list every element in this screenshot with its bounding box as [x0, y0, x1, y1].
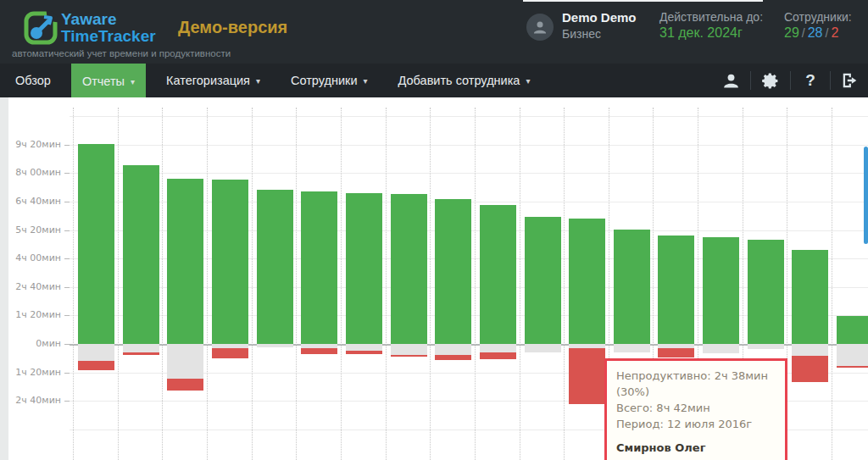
nav-divider: [830, 71, 831, 90]
user-icon: [722, 72, 740, 90]
y-axis-label: 1ч 20мин: [8, 309, 61, 320]
logo-subtitle: автоматический учет времени и продуктивн…: [12, 48, 231, 58]
chevron-down-icon: ▾: [131, 77, 135, 86]
employees-active: 28: [808, 25, 823, 40]
bar-3-productive[interactable]: [167, 179, 203, 344]
chart-vertical-gridline: [564, 108, 565, 460]
bar-11-productive[interactable]: [525, 217, 561, 344]
nav-item-reports[interactable]: Отчеты▾: [71, 64, 146, 99]
help-button[interactable]: ?: [796, 64, 825, 97]
nav-item-label: Добавить сотрудника: [398, 74, 520, 87]
bar-15-productive[interactable]: [703, 237, 739, 344]
nav-item-add-employee[interactable]: Добавить сотрудника▾: [383, 64, 546, 97]
bar-18-unproductive[interactable]: [837, 366, 868, 368]
bar-12-unproductive[interactable]: [569, 348, 605, 404]
bar-7-unproductive[interactable]: [346, 351, 382, 354]
y-axis-label: 0мин: [8, 338, 61, 349]
person-icon: [531, 19, 548, 36]
app-window: Yaware TimeTracker автоматический учет в…: [0, 0, 868, 460]
bar-4-productive[interactable]: [212, 180, 248, 344]
bar-2-neutral[interactable]: [123, 344, 159, 352]
bar-8-unproductive[interactable]: [391, 355, 427, 357]
bar-10-unproductive[interactable]: [480, 352, 516, 359]
page-left-margin: [0, 97, 8, 460]
license-label: Действительна до:: [659, 10, 763, 24]
yaware-logo-icon[interactable]: [24, 11, 58, 45]
bar-16-productive[interactable]: [748, 240, 784, 344]
y-axis-label: 6ч 40мин: [8, 196, 61, 207]
bar-17-neutral[interactable]: [792, 344, 828, 356]
bar-11-neutral[interactable]: [525, 344, 561, 352]
bar-10-productive[interactable]: [480, 205, 516, 344]
bar-16-neutral[interactable]: [748, 344, 784, 349]
chart-gridline: [70, 173, 868, 174]
employees-inactive: 2: [831, 25, 838, 40]
bar-12-productive[interactable]: [569, 219, 605, 344]
bar-tooltip: Непродуктивно: 2ч 38мин (30%) Всего: 8ч …: [604, 358, 787, 460]
bar-5-neutral[interactable]: [257, 344, 293, 347]
chart-gridline: [70, 145, 868, 146]
vertical-scrollbar-thumb[interactable]: [864, 147, 868, 244]
y-axis-tick: [64, 344, 70, 345]
y-axis-label: 2ч 40мин: [8, 281, 61, 292]
bar-5-productive[interactable]: [257, 190, 293, 344]
bar-6-unproductive[interactable]: [301, 348, 337, 354]
bar-8-neutral[interactable]: [391, 344, 427, 355]
bar-1-unproductive[interactable]: [78, 361, 114, 370]
bar-14-unproductive[interactable]: [658, 348, 694, 357]
bar-1-neutral[interactable]: [78, 344, 114, 361]
bar-17-productive[interactable]: [792, 250, 828, 344]
bar-3-unproductive[interactable]: [167, 379, 203, 391]
chart-vertical-gridline: [296, 108, 297, 460]
chart-vertical-gridline: [252, 108, 253, 460]
chart-vertical-gridline: [207, 108, 208, 460]
bar-9-productive[interactable]: [435, 199, 471, 344]
nav-item-overview[interactable]: Обзор: [0, 64, 66, 97]
bar-13-neutral[interactable]: [614, 344, 650, 352]
bar-14-productive[interactable]: [658, 236, 694, 344]
bar-18-productive[interactable]: [837, 316, 868, 344]
bar-9-neutral[interactable]: [435, 344, 471, 355]
y-axis-tick: [64, 315, 70, 316]
bar-1-productive[interactable]: [78, 144, 114, 344]
y-axis-label: 8ч 00мин: [8, 167, 61, 178]
bar-7-neutral[interactable]: [346, 344, 382, 351]
bar-7-productive[interactable]: [346, 193, 382, 344]
bar-9-unproductive[interactable]: [435, 355, 471, 360]
logout-icon: [841, 71, 860, 90]
bar-17-unproductive[interactable]: [792, 356, 828, 382]
bar-2-unproductive[interactable]: [123, 352, 159, 355]
bar-15-neutral[interactable]: [703, 344, 739, 353]
logo-wordmark[interactable]: Yaware TimeTracker: [61, 11, 156, 45]
employees-separator: /: [799, 26, 808, 40]
y-axis-tick: [64, 287, 70, 288]
main-nav: ОбзорОтчеты▾Категоризация▾Сотрудники▾Доб…: [0, 64, 868, 97]
account-name[interactable]: Demo Demo: [562, 10, 637, 25]
tooltip-unproductive: Непродуктивно: 2ч 38мин (30%): [616, 368, 776, 400]
logout-button[interactable]: [836, 64, 865, 97]
bar-10-neutral[interactable]: [480, 344, 516, 352]
nav-item-categorization[interactable]: Категоризация▾: [151, 64, 275, 97]
employees-label: Сотрудники:: [784, 10, 852, 24]
chart-vertical-gridline: [475, 108, 476, 460]
settings-button[interactable]: [756, 64, 785, 97]
chevron-down-icon: ▾: [256, 76, 260, 86]
bar-2-productive[interactable]: [123, 165, 159, 344]
nav-divider: [790, 71, 791, 90]
bar-6-productive[interactable]: [301, 191, 337, 344]
nav-item-employees[interactable]: Сотрудники▾: [275, 64, 383, 97]
bar-8-productive[interactable]: [391, 194, 427, 344]
user-profile-button[interactable]: [716, 64, 745, 97]
y-axis-tick: [64, 173, 70, 174]
chart-vertical-gridline: [341, 108, 342, 460]
y-axis-tick: [64, 145, 70, 146]
employees-total: 29: [784, 25, 799, 40]
bar-4-unproductive[interactable]: [212, 348, 248, 358]
y-axis-tick: [64, 202, 70, 202]
bar-18-neutral[interactable]: [837, 344, 868, 366]
nav-divider: [750, 71, 751, 90]
bar-13-productive[interactable]: [614, 230, 650, 344]
bar-3-neutral[interactable]: [167, 344, 203, 379]
avatar[interactable]: [526, 14, 554, 41]
y-axis-tick: [64, 401, 70, 402]
